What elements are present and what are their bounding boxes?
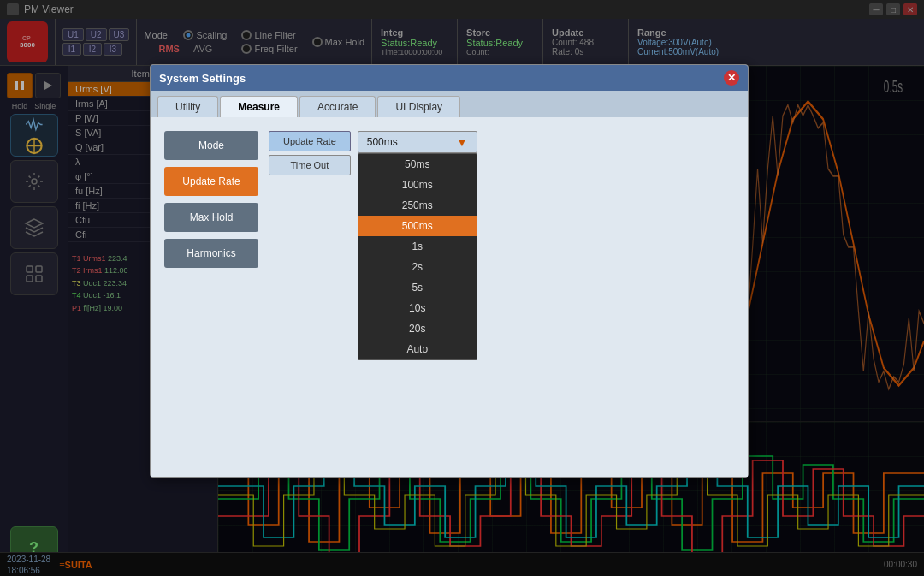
harmonics-button[interactable]: Harmonics (164, 239, 258, 268)
modal-title: System Settings (159, 72, 246, 85)
mode-button[interactable]: Mode (164, 131, 258, 160)
tab-accurate[interactable]: Accurate (299, 96, 376, 117)
tab-measure[interactable]: Measure (220, 96, 298, 117)
option-1s[interactable]: 1s (358, 236, 477, 257)
tab-utility[interactable]: Utility (157, 96, 218, 117)
update-rate-dropdown-list: 50ms 100ms 250ms 500ms 1s 2s 5s 10s 20s … (358, 153, 477, 360)
option-5s[interactable]: 5s (358, 277, 477, 298)
update-rate-section: Update Rate Time Out 500ms ▼ 50ms 100ms … (269, 131, 734, 175)
option-20s[interactable]: 20s (358, 318, 477, 339)
dropdown-selected-value: 500ms (367, 136, 398, 148)
dropdown-arrow-icon: ▼ (456, 135, 468, 149)
control-buttons: Update Rate Time Out (269, 131, 351, 175)
update-rate-button[interactable]: Update Rate (164, 167, 258, 196)
update-rate-dropdown-header[interactable]: 500ms ▼ (358, 131, 477, 153)
system-settings-modal: System Settings ✕ Utility Measure Accura… (150, 64, 749, 478)
option-500ms[interactable]: 500ms (358, 216, 477, 236)
update-rate-ctrl-button[interactable]: Update Rate (269, 131, 351, 151)
time-out-ctrl-button[interactable]: Time Out (269, 155, 351, 175)
option-250ms[interactable]: 250ms (358, 195, 477, 216)
tab-ui-display[interactable]: UI Display (377, 96, 460, 117)
modal-titlebar: System Settings ✕ (151, 65, 748, 91)
option-10s[interactable]: 10s (358, 298, 477, 318)
option-auto[interactable]: Auto (358, 339, 477, 359)
modal-left-buttons: Mode Update Rate Max Hold Harmonics (164, 131, 258, 463)
option-2s[interactable]: 2s (358, 257, 477, 277)
modal-right-content: Update Rate Time Out 500ms ▼ 50ms 100ms … (269, 131, 734, 463)
option-100ms[interactable]: 100ms (358, 175, 477, 195)
modal-tabs: Utility Measure Accurate UI Display (151, 91, 748, 117)
modal-body: Mode Update Rate Max Hold Harmonics Upda… (151, 117, 748, 477)
update-rate-dropdown-container: 500ms ▼ 50ms 100ms 250ms 500ms 1s 2s 5s … (358, 131, 477, 153)
modal-close-button[interactable]: ✕ (724, 70, 739, 86)
option-50ms[interactable]: 50ms (358, 154, 477, 175)
max-hold-button[interactable]: Max Hold (164, 203, 258, 232)
